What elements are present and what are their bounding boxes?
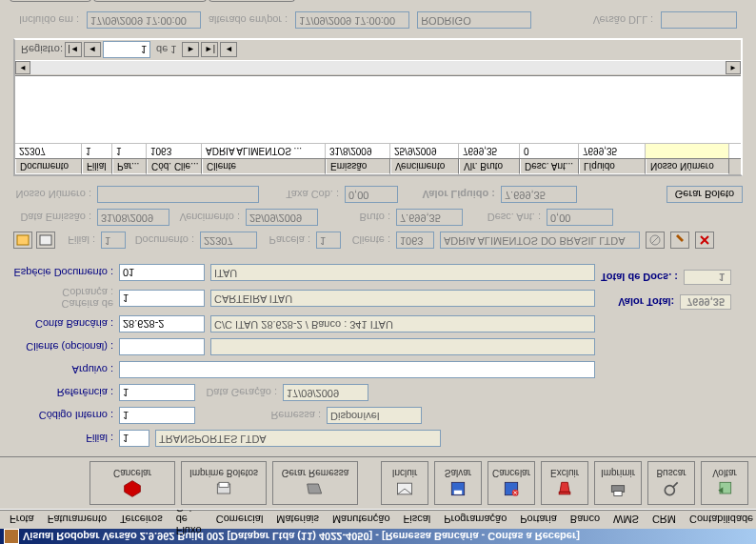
- menu-programacao[interactable]: Programação: [438, 513, 512, 528]
- imprime-boletos-button[interactable]: Imprime Boletos: [181, 461, 267, 505]
- filial-field[interactable]: [119, 430, 149, 447]
- gerar-remessa-button[interactable]: Gerar Remessa: [272, 461, 358, 505]
- filial-desc: TRANSPORTES LTDA: [155, 430, 441, 447]
- menu-wms[interactable]: WMS: [607, 513, 645, 528]
- cancelar2-button[interactable]: Cancelar: [90, 461, 175, 505]
- svg-rect-2: [219, 482, 229, 487]
- data-geracao-label: Data Geração :: [201, 387, 277, 398]
- nav-pos-field[interactable]: [103, 42, 150, 59]
- scroll-right-icon[interactable]: ►: [726, 62, 741, 75]
- codigo-interno-label: Código Interno :: [13, 410, 113, 421]
- menu-materiais[interactable]: Materiais: [270, 513, 325, 528]
- menu-manutencao[interactable]: Manutenção: [327, 513, 396, 528]
- incluir-button[interactable]: Incluir: [381, 461, 428, 505]
- conta-bancaria-desc: C/C ITAU 28.628-2 / Banco : 341 ITAU: [210, 315, 595, 332]
- menu-frota[interactable]: Frota: [4, 513, 40, 528]
- buscar-button[interactable]: Buscar: [647, 461, 695, 505]
- especie-field[interactable]: [119, 264, 205, 281]
- referencia-field[interactable]: [119, 384, 195, 401]
- carteira-label: Carteira de Cobrança :: [13, 287, 113, 310]
- grid-header: Documento Filial Par... Cód. Clie... Cli…: [15, 158, 741, 174]
- detail-icon-1[interactable]: [13, 232, 32, 249]
- carteira-desc: CARTEIRA ITAU: [210, 290, 595, 307]
- menu-portaria[interactable]: Portaria: [514, 513, 563, 528]
- svg-rect-14: [17, 235, 29, 245]
- scroll-left-icon[interactable]: ◄: [15, 62, 30, 75]
- menu-faturamento[interactable]: Faturamento: [42, 513, 112, 528]
- remessa-label: Remessa :: [264, 410, 321, 421]
- excluir-button[interactable]: Excluir: [541, 461, 588, 505]
- menu-fiscal[interactable]: Fiscal: [398, 513, 437, 528]
- tab-phone[interactable]: (11) 4022-4050: [209, 0, 294, 2]
- grid-panel: Documento Filial Par... Cód. Clie... Cli…: [13, 38, 743, 176]
- especie-label: Espécie Documento :: [13, 267, 113, 278]
- data-geracao-field: 17/09/2009: [283, 384, 368, 401]
- cancelar-button[interactable]: Cancelar: [487, 461, 535, 505]
- form-area: Valor Total:7699,35 Total de Docs. :1 Fi…: [0, 4, 756, 456]
- grid-empty-area: [15, 76, 741, 143]
- arquivo-label: Arquivo :: [13, 364, 113, 375]
- nav-next-icon[interactable]: ►: [182, 43, 199, 58]
- carteira-field[interactable]: [119, 290, 205, 307]
- totals-panel: Valor Total:7699,35 Total de Docs. :1: [601, 260, 731, 310]
- voltar-button[interactable]: Voltar: [701, 461, 748, 505]
- nav-first-icon[interactable]: |◄: [65, 43, 82, 58]
- detail-delete-icon[interactable]: [695, 232, 714, 249]
- codigo-interno-field[interactable]: [119, 407, 195, 424]
- svg-line-12: [673, 482, 678, 487]
- grid-hscroll[interactable]: ◄ ►: [15, 61, 741, 76]
- menu-banco[interactable]: Banco: [565, 513, 606, 528]
- grid-row[interactable]: 22307 1 1 1063 ADRIA ALIMENTOS ... 31/8/…: [15, 143, 741, 158]
- nav-prev-icon[interactable]: ◄: [84, 43, 101, 58]
- conta-bancaria-label: Conta Bancária :: [13, 318, 113, 330]
- conta-bancaria-field[interactable]: [119, 315, 205, 332]
- svg-marker-0: [125, 481, 141, 497]
- especie-desc: ITAU: [210, 264, 595, 281]
- referencia-label: Referência :: [13, 387, 113, 398]
- gerar-boleto-button[interactable]: Gerar Boleto: [666, 186, 743, 203]
- salvar-button[interactable]: Salvar: [434, 461, 482, 505]
- tab-datapar[interactable]: Datapar Ltda.: [10, 0, 91, 2]
- nav-last-icon[interactable]: ►|: [201, 43, 218, 58]
- detail-icon-2[interactable]: [36, 232, 55, 249]
- bottom-tabs: Datapar Ltda. www.datapar.com.br (11) 40…: [0, 0, 756, 2]
- svg-rect-15: [40, 235, 51, 245]
- imprimir-button[interactable]: Imprimir: [594, 461, 642, 505]
- audit-info: Incluído em : 17/09/2009 17:00:00 altera…: [13, 8, 743, 32]
- cliente-opcional-label: Cliente (opcional) :: [13, 341, 113, 353]
- menu-crm[interactable]: CRM: [647, 513, 682, 528]
- svg-rect-8: [559, 492, 570, 494]
- detail-cancel-icon[interactable]: [646, 232, 665, 249]
- title-bar: Visual Rodopar Versão 2.9.962 Build 002 …: [0, 529, 756, 544]
- nav-prev2-icon[interactable]: ◄: [220, 43, 237, 58]
- app-icon: [4, 529, 19, 544]
- remessa-field: Disponível: [327, 407, 422, 424]
- arquivo-field[interactable]: [119, 361, 595, 378]
- svg-rect-5: [454, 491, 462, 494]
- main-toolbar: Cancelar Imprime Boletos Gerar Remessa I…: [0, 456, 756, 510]
- menu-terceiros[interactable]: Terceiros: [114, 513, 169, 528]
- window-title: Visual Rodopar Versão 2.9.962 Build 002 …: [23, 531, 580, 542]
- menu-contabilidade[interactable]: Contabilidade: [684, 513, 756, 528]
- cliente-opcional-field[interactable]: [119, 338, 205, 355]
- svg-rect-10: [614, 492, 622, 496]
- menu-bar: Frota Faturamento Terceiros Fluxo de Cai…: [0, 510, 756, 529]
- tab-site[interactable]: www.datapar.com.br: [93, 0, 207, 2]
- menu-comercial[interactable]: Comercial: [210, 513, 269, 528]
- filial-label: Filial :: [13, 433, 113, 444]
- record-navigator: Registro: |◄ ◄ de 1 ► ►| ◄: [15, 40, 741, 61]
- detail-edit-icon[interactable]: [670, 232, 689, 249]
- svg-line-17: [651, 236, 659, 244]
